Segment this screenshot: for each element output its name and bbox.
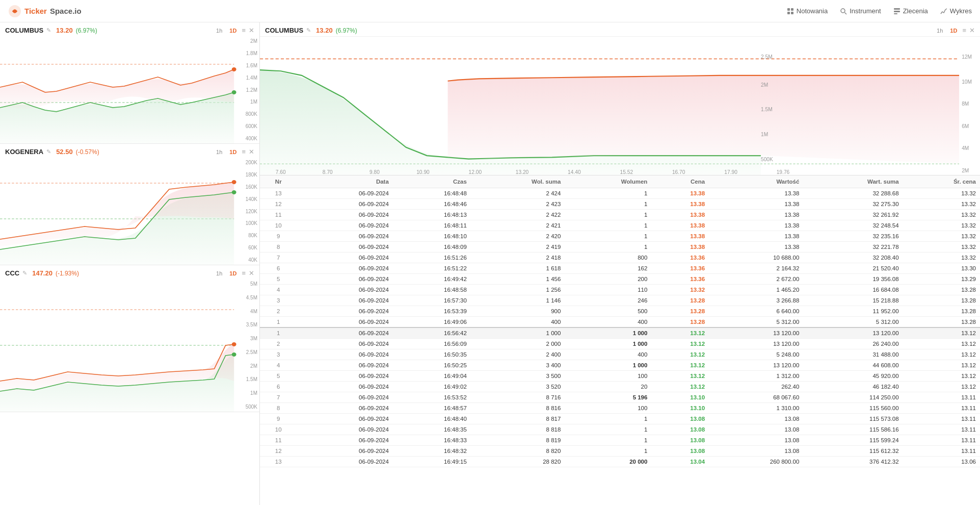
- svg-text:8M: 8M: [962, 100, 969, 107]
- cell-czas: 16:48:32: [393, 446, 471, 457]
- svg-point-20: [232, 342, 236, 346]
- kogenera-settings-icon[interactable]: ≡: [242, 148, 246, 156]
- cell-data: 06-09-2024: [297, 188, 392, 199]
- sell-row: 2 06-09-2024 16:53:39 900 500 13.28 6 64…: [260, 306, 980, 317]
- cell-sr-cena: 13.32: [903, 242, 980, 252]
- cell-wol-suma: 2 400: [471, 349, 565, 360]
- cell-czas: 16:48:33: [393, 435, 471, 446]
- logo-ticker: Ticker: [24, 7, 47, 15]
- tf-1h-btn[interactable]: 1h: [214, 27, 224, 34]
- cell-sr-cena: 13.28: [903, 285, 980, 295]
- cell-sr-cena: 13.28: [903, 306, 980, 317]
- chart-header-ccc: CCC ✎ 147.20 (-1.93%) 1h 1D ≡ ✕: [0, 265, 259, 279]
- close-icon[interactable]: ✕: [249, 27, 254, 34]
- ccc-settings-icon[interactable]: ≡: [242, 269, 246, 277]
- cell-wol-suma: 2 421: [471, 220, 565, 231]
- kogenera-tf-1h[interactable]: 1h: [214, 148, 224, 156]
- cell-sr-cena: 13.11: [903, 403, 980, 414]
- cell-wol-suma: 1 000: [471, 327, 565, 339]
- cell-data: 06-09-2024: [297, 446, 392, 457]
- kogenera-close-icon[interactable]: ✕: [249, 148, 254, 156]
- svg-text:1.5M: 1.5M: [761, 106, 773, 112]
- nav-notowania-label: Notowania: [797, 7, 828, 15]
- cell-cena: 13.12: [651, 349, 709, 360]
- cell-czas: 16:49:02: [393, 382, 471, 392]
- ccc-tf-1h[interactable]: 1h: [214, 270, 224, 277]
- columbus-edit-icon[interactable]: ✎: [46, 27, 51, 34]
- cell-sr-cena: 13.12: [903, 349, 980, 360]
- cell-sr-cena: 13.28: [903, 317, 980, 328]
- cell-wartosc: 13.38: [709, 210, 803, 220]
- cell-data: 06-09-2024: [297, 274, 392, 285]
- table-body: 13 06-09-2024 16:48:48 2 424 1 13.38 13.…: [260, 188, 980, 467]
- table-header: Nr Data Czas Wol. suma Wolumen Cena Wart…: [260, 175, 980, 188]
- cell-cena: 13.04: [651, 457, 709, 467]
- cell-cena: 13.38: [651, 210, 709, 220]
- cell-wartosc: 1 310.00: [709, 403, 803, 414]
- cell-sr-cena: 13.11: [903, 414, 980, 424]
- right-chart-controls: 1h 1D ≡ ✕: [935, 27, 975, 34]
- kogenera-edit-icon[interactable]: ✎: [46, 148, 51, 155]
- nav-wykres[interactable]: Wykres: [940, 7, 972, 15]
- cell-czas: 16:53:39: [393, 306, 471, 317]
- cell-wart-suma: 115 573.08: [803, 414, 903, 424]
- col-cena: Cena: [651, 175, 709, 188]
- cell-wol-suma: 8 820: [471, 446, 565, 457]
- tf-1d-btn[interactable]: 1D: [227, 27, 239, 34]
- settings-icon[interactable]: ≡: [242, 27, 246, 34]
- kogenera-tf-1d[interactable]: 1D: [227, 148, 239, 156]
- right-tf-1d[interactable]: 1D: [948, 27, 959, 34]
- svg-point-13: [232, 90, 236, 94]
- cell-wart-suma: 376 412.32: [803, 457, 903, 467]
- cell-wolumen: 1 000: [565, 360, 651, 371]
- svg-rect-8: [894, 11, 900, 12]
- cell-sr-cena: 13.12: [903, 371, 980, 382]
- cell-wol-suma: 28 820: [471, 457, 565, 467]
- buy-row: 5 06-09-2024 16:49:04 3 500 100 13.12 1 …: [260, 371, 980, 382]
- cell-wartosc: 13.38: [709, 242, 803, 252]
- svg-rect-2: [791, 8, 793, 11]
- svg-rect-4: [791, 12, 793, 14]
- cell-sr-cena: 13.11: [903, 435, 980, 446]
- cell-czas: 16:48:35: [393, 424, 471, 435]
- cell-data: 06-09-2024: [297, 242, 392, 252]
- right-settings-icon[interactable]: ≡: [962, 27, 966, 34]
- right-tf-1h[interactable]: 1h: [935, 27, 945, 34]
- chart-widget-columbus: COLUMBUS ✎ 13.20 (6.97%) 1h 1D ≡ ✕: [0, 22, 259, 144]
- search-icon: [840, 8, 847, 15]
- right-close-icon[interactable]: ✕: [969, 27, 975, 34]
- cell-wartosc: 13.08: [709, 446, 803, 457]
- right-edit-icon[interactable]: ✎: [306, 27, 311, 34]
- cell-cena: 13.38: [651, 199, 709, 210]
- nav-zlecenia-label: Zlecenia: [903, 7, 928, 15]
- buy-row: 3 06-09-2024 16:50:35 2 400 400 13.12 5 …: [260, 349, 980, 360]
- nav-zlecenia[interactable]: Zlecenia: [893, 7, 928, 15]
- svg-point-16: [232, 180, 236, 184]
- cell-wolumen: 20 000: [565, 457, 651, 467]
- grid-icon: [787, 8, 794, 15]
- cell-czas: 16:49:42: [393, 274, 471, 285]
- buy-row: 1 06-09-2024 16:56:42 1 000 1 000 13.12 …: [260, 327, 980, 339]
- ccc-close-icon[interactable]: ✕: [249, 269, 254, 277]
- ccc-chart-area: 5M4.5M4M3.5M3M2.5M2M1.5M1M500K: [0, 279, 259, 412]
- cell-wart-suma: 21 520.40: [803, 263, 903, 274]
- svg-point-5: [841, 9, 845, 13]
- cell-nr: 4: [260, 360, 297, 371]
- cell-sr-cena: 13.32: [903, 199, 980, 210]
- ccc-edit-icon[interactable]: ✎: [22, 270, 27, 276]
- cell-czas: 16:48:13: [393, 210, 471, 220]
- cell-wart-suma: 32 261.92: [803, 210, 903, 220]
- nav-instrument[interactable]: Instrument: [840, 7, 881, 15]
- cell-wol-suma: 8 818: [471, 424, 565, 435]
- cell-sr-cena: 13.29: [903, 274, 980, 285]
- left-panel: COLUMBUS ✎ 13.20 (6.97%) 1h 1D ≡ ✕: [0, 22, 260, 505]
- cell-wart-suma: 32 248.54: [803, 220, 903, 231]
- ccc-tf-1d[interactable]: 1D: [227, 270, 239, 277]
- cell-wol-suma: 3 400: [471, 360, 565, 371]
- nav-notowania[interactable]: Notowania: [787, 7, 828, 15]
- nav-wykres-label: Wykres: [950, 7, 972, 15]
- cell-wart-suma: 15 218.88: [803, 295, 903, 306]
- ccc-ticker: CCC: [5, 269, 19, 277]
- orders-icon: [893, 8, 900, 15]
- col-wartosc: Wartość: [709, 175, 803, 188]
